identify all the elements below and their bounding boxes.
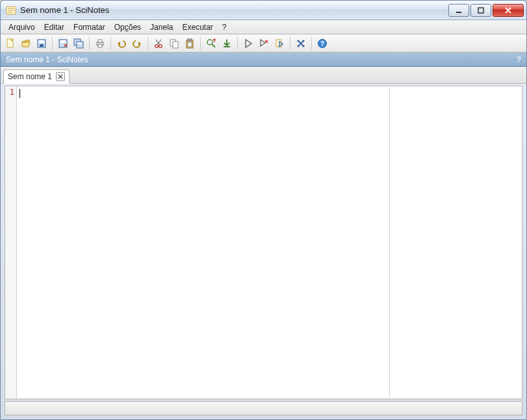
svg-rect-10 — [40, 44, 44, 47]
window-title: Sem nome 1 - SciNotes — [20, 5, 448, 15]
tab-label: Sem nome 1 — [8, 72, 52, 81]
svg-text:?: ? — [320, 40, 324, 47]
save-all-button[interactable] — [71, 36, 86, 51]
code-area[interactable] — [19, 88, 389, 397]
svg-rect-27 — [188, 42, 192, 47]
menu-editar[interactable]: Editar — [40, 21, 68, 33]
svg-rect-26 — [188, 39, 192, 41]
toolbar: ? — [1, 34, 526, 53]
toolbar-separator — [200, 37, 201, 50]
menu-formatar[interactable]: Formatar — [70, 21, 109, 33]
window-buttons — [448, 4, 524, 17]
execute-file-button[interactable] — [272, 36, 287, 51]
svg-rect-30 — [224, 46, 230, 47]
titlebar[interactable]: Sem nome 1 - SciNotes — [1, 1, 526, 20]
svg-rect-15 — [77, 42, 81, 44]
svg-line-29 — [212, 44, 215, 47]
toolbar-separator — [110, 37, 111, 50]
redo-button[interactable] — [130, 36, 144, 51]
scinotes-window: Sem nome 1 - SciNotes Arquivo Editar For… — [0, 0, 527, 420]
menu-help[interactable]: ? — [218, 21, 231, 33]
svg-point-22 — [159, 44, 162, 47]
menubar: Arquivo Editar Formatar Opções Janela Ex… — [1, 20, 526, 34]
toolbar-separator — [89, 37, 90, 50]
editor: 1 — [5, 86, 522, 399]
svg-rect-5 — [478, 8, 483, 13]
open-file-button[interactable] — [19, 36, 33, 51]
line-gutter: 1 — [5, 86, 17, 399]
svg-point-38 — [302, 45, 304, 47]
new-file-button[interactable] — [3, 36, 18, 51]
menu-executar[interactable]: Executar — [178, 21, 216, 33]
tabbar: Sem nome 1 — [1, 67, 526, 84]
toolbar-separator — [148, 37, 148, 50]
execute-button[interactable] — [241, 36, 255, 51]
app-icon — [6, 5, 16, 16]
save-as-button[interactable] — [56, 36, 70, 51]
close-button[interactable] — [493, 4, 524, 17]
copy-button[interactable] — [167, 36, 181, 51]
svg-point-21 — [155, 44, 159, 47]
import-button[interactable] — [220, 36, 234, 51]
svg-point-37 — [297, 45, 299, 47]
maximize-button[interactable] — [470, 4, 491, 17]
text-cursor — [19, 89, 20, 98]
undo-button[interactable] — [114, 36, 129, 51]
cut-button[interactable] — [151, 36, 166, 51]
svg-point-36 — [302, 40, 304, 42]
statusbar — [5, 401, 522, 415]
line-number: 1 — [5, 88, 14, 97]
tab-sem-nome-1[interactable]: Sem nome 1 — [3, 69, 70, 84]
code-area-container — [17, 86, 522, 399]
menu-opcoes-label: Opções — [114, 23, 141, 32]
toolbar-separator — [290, 37, 290, 50]
svg-rect-4 — [456, 12, 461, 13]
svg-point-28 — [207, 40, 212, 45]
svg-point-35 — [297, 40, 299, 42]
document-header-help-icon[interactable]: ? — [517, 55, 521, 64]
svg-rect-12 — [60, 40, 66, 43]
paste-button[interactable] — [183, 36, 197, 51]
print-button[interactable] — [93, 36, 107, 51]
menu-janela[interactable]: Janela — [146, 21, 177, 33]
preferences-button[interactable] — [294, 36, 308, 51]
document-header-title: Sem nome 1 - SciNotes — [6, 55, 88, 64]
tab-close-button[interactable] — [56, 72, 65, 81]
toolbar-separator — [311, 37, 312, 50]
toolbar-separator — [52, 37, 53, 50]
editor-side-pane — [389, 88, 519, 397]
svg-rect-17 — [98, 40, 102, 42]
help-button[interactable]: ? — [315, 36, 329, 51]
execute-selection-button[interactable] — [257, 36, 271, 51]
find-replace-button[interactable] — [204, 36, 218, 51]
menu-opcoes[interactable]: Opções — [110, 21, 145, 33]
svg-rect-9 — [39, 40, 44, 43]
svg-marker-32 — [261, 40, 265, 46]
menu-arquivo[interactable]: Arquivo — [5, 21, 39, 33]
minimize-button[interactable] — [448, 4, 469, 17]
document-header: Sem nome 1 - SciNotes ? — [1, 53, 526, 67]
svg-rect-18 — [98, 45, 102, 47]
save-button[interactable] — [34, 36, 49, 51]
svg-rect-24 — [173, 42, 178, 48]
svg-marker-31 — [246, 40, 251, 47]
toolbar-separator — [237, 37, 238, 50]
